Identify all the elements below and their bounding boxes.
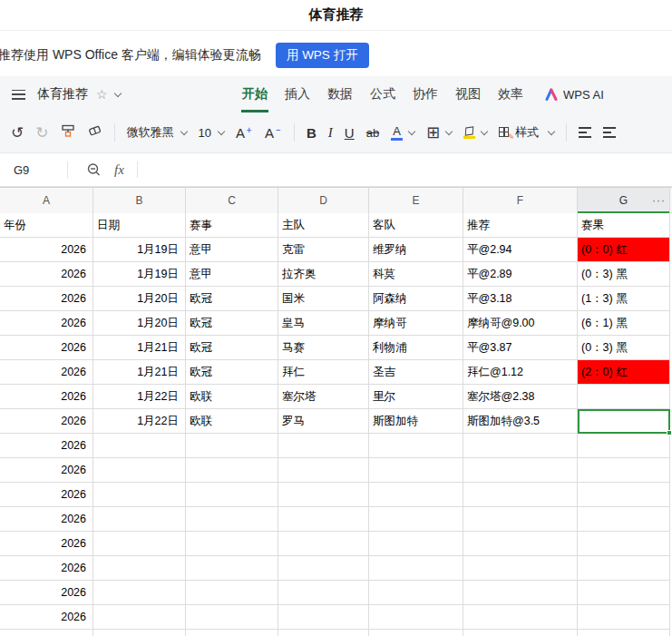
cell-E10[interactable] xyxy=(369,434,463,458)
cell-D12[interactable] xyxy=(278,483,369,507)
font-name-select[interactable]: 微软雅黑 xyxy=(127,124,187,141)
cell-D13[interactable] xyxy=(278,507,369,532)
cell-D9[interactable]: 罗马 xyxy=(278,409,369,434)
cell-E16[interactable] xyxy=(369,581,463,605)
cell-G14[interactable] xyxy=(578,532,670,556)
bold-button[interactable]: B xyxy=(307,126,317,140)
cell-E8[interactable]: 里尔 xyxy=(369,385,463,409)
column-header-D[interactable]: D xyxy=(278,188,369,213)
cell-B13[interactable] xyxy=(93,507,186,532)
cell-E18[interactable] xyxy=(369,630,463,636)
cell-G6[interactable]: (0：3) 黑 xyxy=(578,336,670,360)
cell-G8[interactable] xyxy=(578,385,670,409)
cell-F17[interactable] xyxy=(463,605,578,630)
cell-F12[interactable] xyxy=(463,483,578,507)
cell-B1[interactable]: 日期 xyxy=(93,213,186,238)
cell-B4[interactable]: 1月20日 xyxy=(93,287,186,311)
align-middle-icon[interactable] xyxy=(603,127,616,137)
cell-B3[interactable]: 1月19日 xyxy=(93,262,186,287)
cell-G5[interactable]: (6：1) 黑 xyxy=(578,311,670,336)
cell-F5[interactable]: 摩纳哥@9.00 xyxy=(463,311,578,336)
cell-C13[interactable] xyxy=(186,507,278,532)
undo-icon[interactable]: ↺ xyxy=(11,125,24,141)
cell-D14[interactable] xyxy=(278,532,369,556)
cell-C18[interactable] xyxy=(186,630,278,636)
cell-D17[interactable] xyxy=(278,605,369,630)
cell-B17[interactable] xyxy=(93,605,186,630)
tab-公式[interactable]: 公式 xyxy=(369,76,396,113)
cell-C2[interactable]: 意甲 xyxy=(186,238,278,262)
cell-A9[interactable]: 2026 xyxy=(0,409,93,434)
cell-E11[interactable] xyxy=(369,458,463,483)
tab-插入[interactable]: 插入 xyxy=(284,76,311,113)
cell-E5[interactable]: 摩纳哥 xyxy=(369,311,463,336)
cell-G9[interactable] xyxy=(578,409,670,434)
underline-button[interactable]: U xyxy=(345,126,355,140)
fill-color-button[interactable] xyxy=(463,127,475,139)
cell-G7[interactable]: (2：0) 红 xyxy=(578,360,670,385)
tab-视图[interactable]: 视图 xyxy=(454,76,482,113)
cell-A4[interactable]: 2026 xyxy=(0,287,93,311)
cell-G10[interactable] xyxy=(578,434,670,458)
cell-G16[interactable] xyxy=(578,581,670,605)
column-header-F[interactable]: F xyxy=(463,188,578,213)
cell-F1[interactable]: 推荐 xyxy=(463,213,578,238)
cell-F3[interactable]: 平@2.89 xyxy=(463,262,578,287)
cell-G2[interactable]: (0：0) 红 xyxy=(578,238,670,262)
cell-G3[interactable]: (0：3) 黑 xyxy=(578,262,670,287)
cell-E12[interactable] xyxy=(369,483,463,507)
column-header-A[interactable]: A xyxy=(0,188,93,213)
format-painter-icon[interactable] xyxy=(61,123,75,142)
zoom-out-icon[interactable] xyxy=(86,162,102,178)
cell-B12[interactable] xyxy=(93,483,186,507)
cell-D8[interactable]: 塞尔塔 xyxy=(278,385,369,409)
cell-G18[interactable] xyxy=(578,630,670,636)
fx-insert-function-icon[interactable]: fx xyxy=(114,162,124,178)
cell-D16[interactable] xyxy=(278,581,369,605)
cell-B7[interactable]: 1月21日 xyxy=(93,360,186,385)
cell-B16[interactable] xyxy=(93,581,186,605)
increase-font-size-button[interactable]: A＋ xyxy=(236,126,253,140)
font-color-button[interactable]: A xyxy=(391,125,403,141)
cell-B11[interactable] xyxy=(93,458,186,483)
cell-F18[interactable] xyxy=(463,630,578,636)
cell-E6[interactable]: 利物浦 xyxy=(369,336,463,360)
font-color-chevron-icon[interactable] xyxy=(408,127,415,134)
cell-G4[interactable]: (1：3) 黑 xyxy=(578,287,670,311)
cell-F8[interactable]: 塞尔塔@2.38 xyxy=(463,385,578,409)
strikethrough-button[interactable]: ab xyxy=(366,127,379,139)
column-header-C[interactable]: C xyxy=(186,188,278,213)
more-columns-button[interactable]: ··· xyxy=(652,194,666,207)
cell-E9[interactable]: 斯图加特 xyxy=(369,409,463,434)
cell-C10[interactable] xyxy=(186,434,278,458)
cell-F7[interactable]: 拜仁@1.12 xyxy=(463,360,578,385)
font-size-select[interactable]: 10 xyxy=(199,126,224,140)
cell-E13[interactable] xyxy=(369,507,463,532)
cell-A13[interactable]: 2026 xyxy=(0,507,93,532)
cell-E4[interactable]: 阿森纳 xyxy=(369,287,463,311)
cell-A2[interactable]: 2026 xyxy=(0,238,93,262)
cell-C16[interactable] xyxy=(186,581,278,605)
cell-B6[interactable]: 1月21日 xyxy=(93,336,186,360)
cell-C17[interactable] xyxy=(186,605,278,630)
cell-B14[interactable] xyxy=(93,532,186,556)
open-in-wps-button[interactable]: 用 WPS 打开 xyxy=(276,43,369,68)
cell-C11[interactable] xyxy=(186,458,278,483)
cell-E15[interactable] xyxy=(369,556,463,581)
cell-B18[interactable] xyxy=(93,630,186,636)
favorite-star-icon[interactable]: ☆ xyxy=(96,87,108,102)
doc-menu-chevron-icon[interactable] xyxy=(113,89,121,96)
cell-name-box[interactable]: G9 xyxy=(0,163,67,177)
tab-开始[interactable]: 开始 xyxy=(241,76,268,113)
cell-C4[interactable]: 欧冠 xyxy=(186,287,278,311)
cell-C1[interactable]: 赛事 xyxy=(186,213,278,238)
redo-icon[interactable]: ↻ xyxy=(35,125,48,141)
cell-E17[interactable] xyxy=(369,605,463,630)
cell-C8[interactable]: 欧联 xyxy=(186,385,278,409)
borders-icon[interactable]: ⊞ xyxy=(426,124,440,141)
cell-C6[interactable]: 欧冠 xyxy=(186,336,278,360)
align-top-icon[interactable] xyxy=(579,127,591,137)
cell-A6[interactable]: 2026 xyxy=(0,336,93,360)
cell-F13[interactable] xyxy=(463,507,578,532)
cell-E1[interactable]: 客队 xyxy=(369,213,463,238)
